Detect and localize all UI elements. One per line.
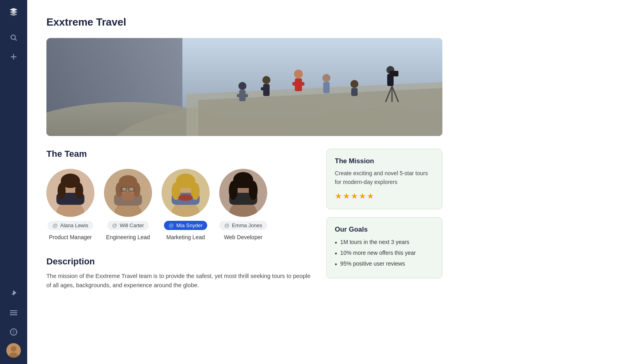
svg-rect-31 <box>323 82 330 93</box>
role-emma: Web Developer <box>224 234 262 240</box>
avatar-will <box>104 169 152 217</box>
svg-point-19 <box>238 82 246 90</box>
svg-point-0 <box>11 35 16 40</box>
user-avatar[interactable] <box>6 343 21 358</box>
tag-alana[interactable]: @ Alana Lewis <box>48 221 93 230</box>
goals-list: 1M tours in the next 3 years 10% more ne… <box>335 238 434 270</box>
svg-point-46 <box>58 183 66 199</box>
sidebar-logo[interactable] <box>8 6 19 20</box>
team-member-mia[interactable]: @ Mia Snyder Marketing Lead <box>162 169 210 240</box>
goals-card: Our Goals 1M tours in the next 3 years 1… <box>326 217 442 278</box>
svg-point-68 <box>178 194 193 201</box>
team-grid: @ Alana Lewis Product Manager <box>46 169 314 240</box>
svg-point-32 <box>350 80 358 88</box>
menu-icon[interactable] <box>6 305 22 321</box>
tag-emma[interactable]: @ Emma Jones <box>219 221 267 230</box>
svg-point-75 <box>229 181 238 200</box>
sidebar: ? <box>0 0 27 364</box>
team-section-title: The Team <box>46 149 314 159</box>
description-text: The mission of the Exxtreme Travel team … <box>46 272 314 290</box>
help-icon[interactable]: ? <box>6 324 22 340</box>
tag-will[interactable]: @ Will Carter <box>107 221 149 230</box>
goals-card-title: Our Goals <box>335 226 434 234</box>
mission-card-text: Create exciting and novel 5-star tours f… <box>335 169 434 186</box>
team-section: The Team <box>46 149 314 240</box>
hero-image <box>46 38 442 136</box>
tag-mia[interactable]: @ Mia Snyder <box>164 221 208 230</box>
add-icon[interactable] <box>6 49 22 65</box>
svg-rect-22 <box>243 94 248 97</box>
svg-point-10 <box>11 346 16 352</box>
svg-point-23 <box>262 76 270 84</box>
goal-item-3: 95% positive user reviews <box>335 259 434 270</box>
avatar-alana <box>46 169 94 217</box>
svg-point-76 <box>249 181 258 200</box>
avatar-image <box>6 343 21 358</box>
mission-card-title: The Mission <box>335 157 434 165</box>
svg-rect-39 <box>390 71 398 76</box>
svg-rect-29 <box>299 82 304 86</box>
team-member-will[interactable]: @ Will Carter Engineering Lead <box>104 169 152 240</box>
goal-item-1: 1M tours in the next 3 years <box>335 238 434 248</box>
role-alana: Product Manager <box>49 234 92 240</box>
team-member-emma[interactable]: @ Emma Jones Web Developer <box>219 169 267 240</box>
svg-line-1 <box>15 39 17 41</box>
avatar-mia <box>162 169 210 217</box>
description-section: Description The mission of the Exxtreme … <box>46 256 314 290</box>
svg-rect-28 <box>292 82 298 86</box>
mission-stars: ★★★★★ <box>335 191 434 201</box>
mission-card: The Mission Create exciting and novel 5-… <box>326 149 442 209</box>
svg-text:?: ? <box>12 330 15 335</box>
role-will: Engineering Lead <box>106 234 150 240</box>
content-layout: The Team <box>46 149 442 290</box>
avatar-emma <box>219 169 267 217</box>
goal-item-2: 10% more new offers this year <box>335 248 434 259</box>
svg-rect-21 <box>237 94 242 97</box>
content-main: The Team <box>46 149 314 290</box>
svg-point-26 <box>294 70 303 78</box>
search-icon[interactable] <box>6 30 22 46</box>
role-mia: Marketing Lead <box>166 234 205 240</box>
svg-rect-33 <box>351 88 358 96</box>
main-content: Exxtreme Travel <box>27 0 640 364</box>
content-side: The Mission Create exciting and novel 5-… <box>326 149 442 290</box>
svg-point-54 <box>116 182 123 197</box>
svg-rect-25 <box>261 87 266 90</box>
svg-point-56 <box>122 191 134 201</box>
team-member-alana[interactable]: @ Alana Lewis Product Manager <box>46 169 94 240</box>
page-title: Exxtreme Travel <box>46 16 621 28</box>
svg-point-47 <box>75 183 83 199</box>
pin-icon[interactable] <box>6 286 22 302</box>
svg-point-30 <box>322 74 330 82</box>
description-title: Description <box>46 256 314 267</box>
